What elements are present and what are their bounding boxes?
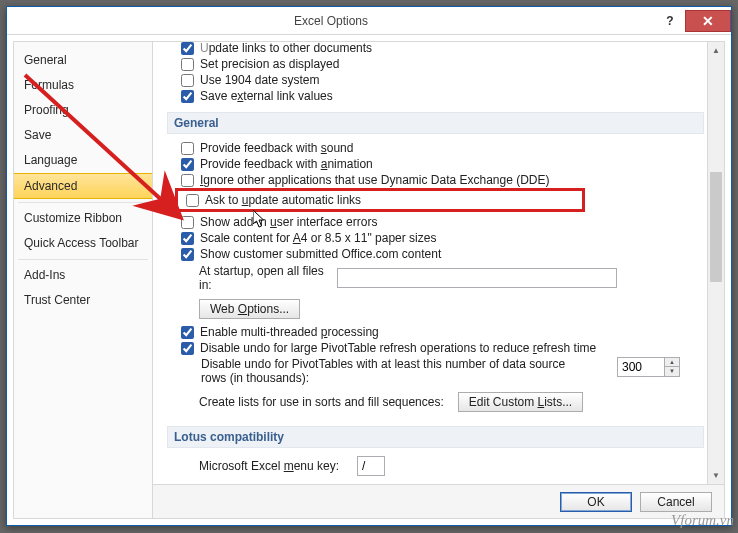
sidebar-item-save[interactable]: Save (14, 123, 152, 148)
ok-button[interactable]: OK (560, 492, 632, 512)
chk-set-precision[interactable] (181, 58, 194, 71)
chk-feedback-animation[interactable] (181, 158, 194, 171)
lbl-startup-files: At startup, open all files in: (199, 264, 329, 292)
spin-disable-undo-rows[interactable]: ▲▼ (617, 357, 680, 377)
scroll-down-icon[interactable]: ▼ (708, 467, 724, 484)
sidebar-item-proofing[interactable]: Proofing (14, 98, 152, 123)
chk-enable-multithread[interactable] (181, 326, 194, 339)
btn-edit-custom-lists[interactable]: Edit Custom Lists... (458, 392, 583, 412)
chk-scale-a4[interactable] (181, 232, 194, 245)
lbl-feedback-sound: Provide feedback with sound (200, 141, 353, 155)
sidebar-item-language[interactable]: Language (14, 148, 152, 173)
cancel-button[interactable]: Cancel (640, 492, 712, 512)
chk-ignore-dde[interactable] (181, 174, 194, 187)
window-title: Excel Options (7, 14, 655, 28)
input-menu-key[interactable] (357, 456, 385, 476)
input-disable-undo-rows[interactable] (618, 358, 664, 376)
lbl-menu-key: Microsoft Excel menu key: (199, 459, 349, 473)
lbl-ignore-dde: Ignore other applications that use Dynam… (200, 173, 550, 187)
lbl-create-lists: Create lists for use in sorts and fill s… (199, 395, 444, 409)
lbl-set-precision: Set precision as displayed (200, 57, 339, 71)
excel-options-dialog: Excel Options ? ✕ General Formulas Proof… (6, 6, 732, 526)
chk-show-addin-errors[interactable] (181, 216, 194, 229)
spin-down-icon[interactable]: ▼ (665, 367, 679, 376)
lbl-show-addin-errors: Show add-in user interface errors (200, 215, 377, 229)
lbl-ask-update-links: Ask to update automatic links (205, 193, 361, 207)
lbl-enable-multithread: Enable multi-threaded processing (200, 325, 379, 339)
chk-ask-update-links[interactable] (186, 194, 199, 207)
sidebar-item-trust-center[interactable]: Trust Center (14, 288, 152, 313)
help-button[interactable]: ? (655, 10, 685, 32)
sidebar-item-formulas[interactable]: Formulas (14, 73, 152, 98)
vertical-scrollbar[interactable]: ▲ ▼ (707, 42, 724, 484)
lbl-save-external: Save external link values (200, 89, 333, 103)
spin-up-icon[interactable]: ▲ (665, 358, 679, 367)
chk-update-links-other-docs[interactable] (181, 42, 194, 55)
highlighted-option: Ask to update automatic links (175, 188, 585, 212)
chk-disable-undo-pivot[interactable] (181, 342, 194, 355)
chk-feedback-sound[interactable] (181, 142, 194, 155)
sidebar-item-addins[interactable]: Add-Ins (14, 263, 152, 288)
sidebar-item-qat[interactable]: Quick Access Toolbar (14, 231, 152, 256)
lbl-feedback-animation: Provide feedback with animation (200, 157, 373, 171)
lbl-disable-undo-pivot: Disable undo for large PivotTable refres… (200, 341, 596, 355)
sidebar-item-general[interactable]: General (14, 48, 152, 73)
input-startup-files[interactable] (337, 268, 617, 288)
lbl-scale-a4: Scale content for A4 or 8.5 x 11" paper … (200, 231, 436, 245)
category-sidebar: General Formulas Proofing Save Language … (13, 41, 153, 519)
chk-save-external[interactable] (181, 90, 194, 103)
section-general: General (167, 112, 704, 134)
close-button[interactable]: ✕ (685, 10, 731, 32)
scroll-thumb[interactable] (710, 172, 722, 282)
sidebar-item-customize-ribbon[interactable]: Customize Ribbon (14, 206, 152, 231)
lbl-disable-undo-rows: Disable undo for PivotTables with at lea… (201, 357, 591, 385)
sidebar-item-advanced[interactable]: Advanced (14, 173, 152, 199)
titlebar: Excel Options ? ✕ (7, 7, 731, 35)
options-panel: Update links to other documents Set prec… (153, 41, 725, 519)
chk-use-1904[interactable] (181, 74, 194, 87)
content-area: Update links to other documents Set prec… (153, 42, 724, 484)
lbl-use-1904: Use 1904 date system (200, 73, 319, 87)
lbl-update-links-other-docs: Update links to other documents (200, 42, 372, 55)
lbl-show-customer-office: Show customer submitted Office.com conte… (200, 247, 441, 261)
section-lotus: Lotus compatibility (167, 426, 704, 448)
dialog-button-bar: OK Cancel (153, 484, 724, 518)
scroll-up-icon[interactable]: ▲ (708, 42, 724, 59)
chk-show-customer-office[interactable] (181, 248, 194, 261)
btn-web-options[interactable]: Web Options... (199, 299, 300, 319)
